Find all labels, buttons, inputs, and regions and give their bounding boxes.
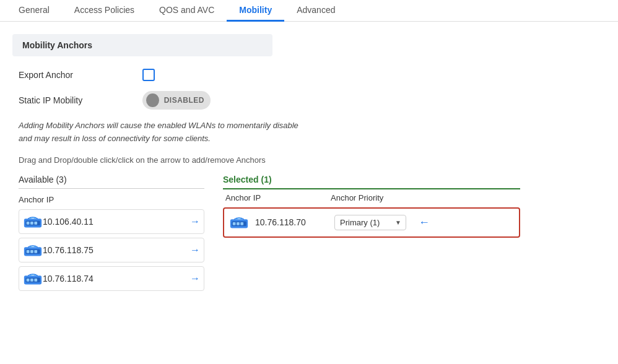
section-title: Mobility Anchors bbox=[12, 34, 272, 56]
selected-arrow-left-0[interactable]: ← bbox=[419, 216, 430, 229]
svg-rect-2 bbox=[27, 222, 30, 225]
available-item-1[interactable]: 10.76.118.75 → bbox=[19, 238, 204, 262]
selected-ip-0: 10.76.118.70 bbox=[255, 217, 306, 227]
available-arrow-2[interactable]: → bbox=[190, 273, 200, 284]
static-ip-row: Static IP Mobility DISABLED bbox=[12, 91, 606, 110]
selected-priority-col-0: Primary (1) Secondary (2) Tertiary (3) ← bbox=[334, 215, 514, 230]
static-ip-label: Static IP Mobility bbox=[19, 95, 142, 105]
tab-mobility[interactable]: Mobility bbox=[227, 0, 284, 22]
svg-rect-14 bbox=[34, 279, 37, 282]
export-anchor-row: Export Anchor bbox=[12, 69, 606, 81]
svg-rect-8 bbox=[30, 250, 33, 253]
selected-headers: Selected (1) bbox=[223, 175, 520, 189]
selected-col-ip-header: Anchor IP bbox=[225, 193, 331, 202]
info-text: Adding Mobility Anchors will cause the e… bbox=[12, 119, 606, 145]
priority-select-0[interactable]: Primary (1) Secondary (2) Tertiary (3) bbox=[334, 215, 406, 230]
selected-title: Selected (1) bbox=[223, 175, 328, 184]
tab-general[interactable]: General bbox=[6, 0, 62, 22]
svg-rect-19 bbox=[240, 222, 243, 225]
router-icon-1 bbox=[23, 243, 43, 257]
tab-bar: General Access Policies QOS and AVC Mobi… bbox=[0, 0, 618, 22]
svg-rect-7 bbox=[27, 250, 30, 253]
available-arrow-1[interactable]: → bbox=[190, 245, 200, 256]
svg-rect-3 bbox=[30, 222, 33, 225]
main-content: Mobility Anchors Export Anchor Static IP… bbox=[0, 22, 618, 307]
tab-advanced[interactable]: Advanced bbox=[284, 0, 347, 22]
selected-col-headers: Anchor IP Anchor Priority bbox=[223, 193, 520, 202]
available-ip-2: 10.76.118.74 bbox=[43, 274, 190, 284]
router-icon-2 bbox=[23, 272, 43, 285]
selected-ip-col-0: 10.76.118.70 bbox=[229, 215, 334, 229]
selected-col-placeholder bbox=[328, 175, 520, 184]
available-title: Available (3) bbox=[19, 175, 204, 189]
available-item-0[interactable]: 10.106.40.11 → bbox=[19, 209, 204, 234]
available-arrow-0[interactable]: → bbox=[190, 216, 200, 227]
priority-select-wrapper-0: Primary (1) Secondary (2) Tertiary (3) bbox=[334, 215, 406, 230]
svg-rect-17 bbox=[233, 222, 236, 225]
selected-col-priority-header: Anchor Priority bbox=[331, 193, 518, 202]
svg-rect-9 bbox=[34, 250, 37, 253]
available-col-header: Anchor IP bbox=[19, 194, 204, 206]
svg-rect-13 bbox=[30, 279, 33, 282]
svg-rect-4 bbox=[34, 222, 37, 225]
selected-panel: Selected (1) Anchor IP Anchor Priority bbox=[223, 175, 520, 295]
selected-router-icon-0 bbox=[229, 215, 249, 229]
available-item-2[interactable]: 10.76.118.74 → bbox=[19, 266, 204, 291]
drag-hint: Drag and Drop/double click/click on the … bbox=[12, 155, 606, 165]
toggle-label-text: DISABLED bbox=[164, 96, 204, 105]
svg-rect-18 bbox=[237, 222, 240, 225]
available-ip-0: 10.106.40.11 bbox=[43, 217, 190, 227]
export-anchor-checkbox[interactable] bbox=[142, 69, 155, 81]
router-icon-0 bbox=[23, 215, 43, 228]
export-anchor-label: Export Anchor bbox=[19, 70, 142, 80]
svg-rect-12 bbox=[27, 279, 30, 282]
available-ip-1: 10.76.118.75 bbox=[43, 245, 190, 255]
anchor-columns: Available (3) Anchor IP 10.106.40.11 → bbox=[12, 175, 606, 295]
tab-qos-avc[interactable]: QOS and AVC bbox=[147, 0, 227, 22]
toggle-circle bbox=[146, 93, 159, 107]
static-ip-toggle[interactable]: DISABLED bbox=[142, 91, 211, 110]
selected-row-wrapper: 10.76.118.70 Primary (1) Secondary (2) T… bbox=[223, 207, 520, 238]
selected-row-0: 10.76.118.70 Primary (1) Secondary (2) T… bbox=[227, 211, 516, 234]
available-panel: Available (3) Anchor IP 10.106.40.11 → bbox=[19, 175, 204, 295]
tab-access-policies[interactable]: Access Policies bbox=[62, 0, 147, 22]
